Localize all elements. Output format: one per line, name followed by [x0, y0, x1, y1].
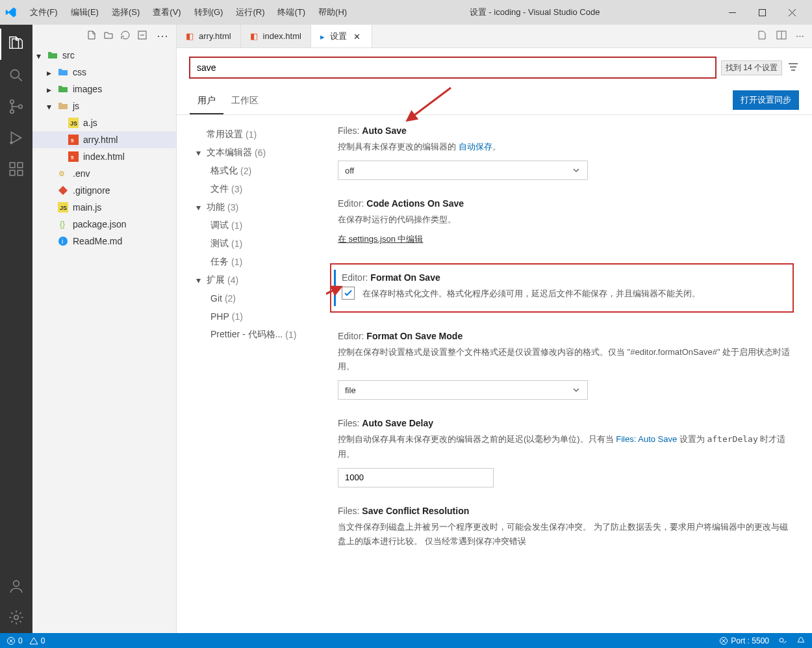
activity-extensions[interactable] [0, 153, 32, 185]
svg-rect-7 [10, 162, 15, 168]
toc-item[interactable]: Git(2) [196, 289, 326, 307]
setting-code-actions-on-save: Editor: Code Actions On Save 在保存时运行的代码操作… [330, 198, 794, 245]
collapse-icon[interactable] [137, 30, 147, 42]
tree-item-ReadMe-md[interactable]: iReadMe.md [32, 233, 176, 250]
format-on-save-mode-select[interactable]: file [338, 380, 588, 400]
tree-item-images[interactable]: ▸images [32, 81, 176, 97]
setting-description: 在保存时运行的代码操作类型。 [338, 213, 794, 227]
maximize-button[interactable] [747, 3, 777, 22]
folder-yellow-icon [57, 100, 69, 112]
menu-file[interactable]: 文件(F) [25, 4, 63, 21]
split-editor-icon[interactable] [776, 30, 787, 42]
menu-run[interactable]: 运行(R) [231, 4, 270, 21]
toc-item[interactable]: 测试(1) [196, 235, 326, 253]
tree-item-index-html[interactable]: 5index.html [32, 148, 176, 165]
tab-label: arry.html [199, 31, 231, 41]
toc-item[interactable]: 格式化(2) [196, 162, 326, 180]
svg-text:JS: JS [70, 120, 77, 127]
settings-search-input[interactable] [197, 58, 709, 77]
files-auto-save-link[interactable]: Files: Auto Save [616, 434, 677, 444]
tree-item--gitignore[interactable]: .gitignore [32, 182, 176, 199]
more-icon[interactable]: ⋯ [154, 29, 171, 43]
menu-help[interactable]: 帮助(H) [313, 4, 352, 21]
svg-rect-8 [10, 170, 15, 175]
activity-accounts[interactable] [0, 571, 32, 602]
tree-item-css[interactable]: ▸css [32, 64, 176, 81]
auto-save-delay-input[interactable] [338, 468, 494, 487]
more-icon[interactable]: ⋯ [796, 31, 804, 41]
toc-item[interactable]: Prettier - 代码格...(1) [196, 326, 326, 344]
format-on-save-checkbox[interactable] [342, 287, 355, 300]
svg-text:JS: JS [60, 205, 67, 211]
tree-item-src[interactable]: ▾src [32, 47, 176, 64]
close-icon[interactable]: ✕ [352, 31, 362, 42]
tree-item-main-js[interactable]: JSmain.js [32, 199, 176, 216]
toc-item[interactable]: 常用设置(1) [196, 125, 326, 144]
menu-selection[interactable]: 选择(S) [107, 4, 145, 21]
toc-label: 格式化 [210, 165, 238, 177]
minimize-button[interactable] [717, 3, 747, 22]
info-file-icon: i [57, 235, 69, 247]
git-file-icon [57, 185, 69, 196]
status-feedback-icon[interactable] [778, 636, 787, 645]
tab-index-html[interactable]: ◧ index.html [241, 25, 311, 47]
svg-rect-0 [729, 12, 736, 13]
refresh-icon[interactable] [120, 30, 131, 42]
window-controls [717, 3, 807, 22]
status-warnings[interactable]: 0 [29, 636, 45, 645]
menu-terminal[interactable]: 终端(T) [272, 4, 311, 21]
tree-item-label: arry.html [83, 135, 118, 145]
tree-item-js[interactable]: ▾js [32, 97, 176, 114]
menu-edit[interactable]: 编辑(E) [66, 4, 104, 21]
toc-item[interactable]: ▾扩展(4) [196, 271, 326, 289]
open-settings-json-icon[interactable] [757, 30, 767, 42]
toc-item[interactable]: ▾功能(3) [196, 198, 326, 216]
tree-item-label: src [62, 50, 75, 60]
tree-item-label: a.js [83, 118, 97, 128]
activity-run[interactable] [0, 122, 32, 153]
activity-search[interactable] [0, 60, 32, 91]
svg-point-5 [19, 105, 22, 108]
toc-item[interactable]: 调试(1) [196, 216, 326, 235]
tree-item-arry-html[interactable]: 5arry.html [32, 131, 176, 148]
open-settings-sync-button[interactable]: 打开设置同步 [733, 90, 799, 110]
status-errors[interactable]: 0 [6, 636, 23, 645]
tree-item-label: index.html [83, 151, 125, 162]
close-button[interactable] [777, 3, 807, 22]
chevron-down-icon: ▾ [47, 101, 56, 110]
toc-label: 文本编辑器 [207, 147, 252, 159]
toc-item[interactable]: 文件(3) [196, 180, 326, 198]
tree-item-a-js[interactable]: JSa.js [32, 114, 176, 131]
scope-user-tab[interactable]: 用户 [190, 90, 223, 114]
status-live-server[interactable]: Port : 5500 [719, 636, 769, 645]
toc-item[interactable]: 任务(1) [196, 253, 326, 271]
tab-settings[interactable]: ▸ 设置 ✕ [311, 25, 372, 47]
menu-view[interactable]: 查看(V) [147, 4, 186, 21]
setting-label: Editor: Code Actions On Save [338, 198, 794, 209]
menu-go[interactable]: 转到(G) [189, 4, 229, 21]
tree-item--env[interactable]: ⚙.env [32, 165, 176, 182]
folder-green-icon [47, 49, 58, 61]
toc-item[interactable]: ▾文本编辑器(6) [196, 144, 326, 162]
setting-label: Files: Auto Save [338, 125, 794, 136]
setting-save-conflict-resolution: Files: Save Conflict Resolution 当文件保存到磁盘… [330, 506, 794, 549]
title-bar: 文件(F) 编辑(E) 选择(S) 查看(V) 转到(G) 运行(R) 终端(T… [0, 0, 812, 25]
new-folder-icon[interactable] [103, 30, 114, 42]
auto-save-select[interactable]: off [338, 161, 588, 180]
folder-blue-icon [57, 66, 69, 78]
activity-settings[interactable] [0, 602, 32, 633]
filter-icon[interactable] [787, 61, 799, 75]
new-file-icon[interactable] [86, 30, 97, 42]
settings-list[interactable]: Files: Auto Save 控制具有未保存更改的编辑器的 自动保存。 of… [326, 115, 812, 633]
edit-in-settings-json-link[interactable]: 在 settings.json 中编辑 [338, 233, 794, 245]
scope-workspace-tab[interactable]: 工作区 [223, 90, 266, 114]
tab-arry-html[interactable]: ◧ arry.html [177, 25, 241, 47]
tree-item-package-json[interactable]: {}package.json [32, 216, 176, 233]
toc-item[interactable]: PHP(1) [196, 307, 326, 326]
status-bell-icon[interactable] [796, 636, 806, 645]
auto-save-link[interactable]: 自动保存 [459, 142, 492, 151]
activity-explorer[interactable] [0, 29, 32, 60]
activity-source-control[interactable] [0, 91, 32, 122]
toc-count: (1) [285, 330, 296, 340]
menu-bar: 文件(F) 编辑(E) 选择(S) 查看(V) 转到(G) 运行(R) 终端(T… [25, 4, 352, 21]
